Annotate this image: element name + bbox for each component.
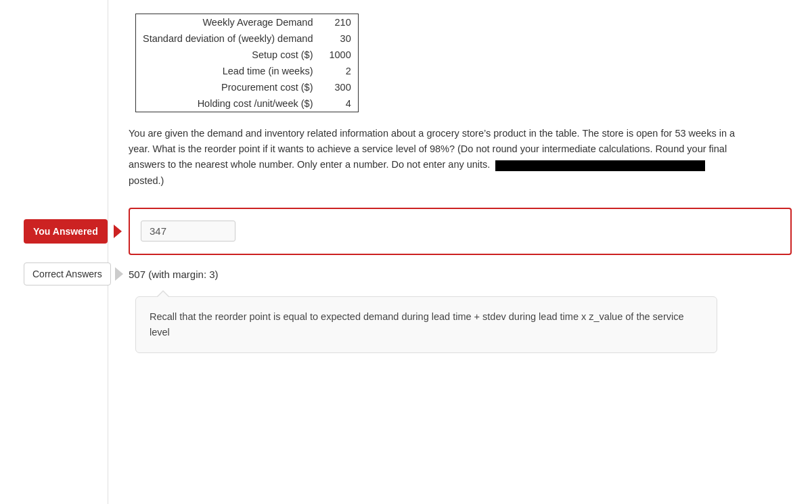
table-value: 1000 xyxy=(322,47,358,63)
table-value: 300 xyxy=(322,79,358,95)
correct-answers-arrow xyxy=(115,267,123,281)
table-label: Holding cost /unit/week ($) xyxy=(136,95,323,112)
table-row: Standard deviation of (weekly) demand 30 xyxy=(136,30,359,47)
table-row: Setup cost ($) 1000 xyxy=(136,47,359,63)
hint-box: Recall that the reorder point is equal t… xyxy=(135,296,717,353)
correct-answer-value: 507 (with margin: 3) xyxy=(129,269,219,280)
question-text-part2: posted.) xyxy=(129,175,164,186)
hint-text: Recall that the reorder point is equal t… xyxy=(150,309,703,340)
main-content: Weekly Average Demand 210 Standard devia… xyxy=(108,0,812,504)
table-row: Weekly Average Demand 210 xyxy=(136,14,359,31)
table-row: Holding cost /unit/week ($) 4 xyxy=(136,95,359,112)
table-label: Standard deviation of (weekly) demand xyxy=(136,30,323,47)
table-value: 2 xyxy=(322,63,358,79)
table-label: Setup cost ($) xyxy=(136,47,323,63)
you-answered-section: You Answered 347 xyxy=(129,208,792,255)
redacted-block xyxy=(495,160,705,171)
table-value: 210 xyxy=(322,14,358,31)
you-answered-arrow xyxy=(114,225,122,238)
table-label: Weekly Average Demand xyxy=(136,14,323,31)
you-answered-label: You Answered xyxy=(24,219,108,244)
correct-answers-label: Correct Answers xyxy=(24,262,111,285)
table-label: Procurement cost ($) xyxy=(136,79,323,95)
you-answered-value: 347 xyxy=(141,221,235,242)
table-value: 30 xyxy=(322,30,358,47)
table-label: Lead time (in weeks) xyxy=(136,63,323,79)
table-value: 4 xyxy=(322,95,358,112)
data-table: Weekly Average Demand 210 Standard devia… xyxy=(135,14,359,112)
question-text: You are given the demand and inventory r… xyxy=(129,126,738,189)
left-sidebar xyxy=(0,0,108,504)
table-row: Lead time (in weeks) 2 xyxy=(136,63,359,79)
you-answered-box: 347 xyxy=(129,208,792,255)
correct-answers-section: Correct Answers 507 (with margin: 3) xyxy=(129,269,792,280)
page-wrapper: Weekly Average Demand 210 Standard devia… xyxy=(0,0,812,504)
table-row: Procurement cost ($) 300 xyxy=(136,79,359,95)
